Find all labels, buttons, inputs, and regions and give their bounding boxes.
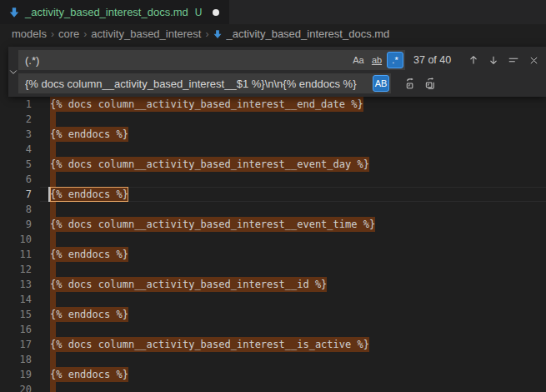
replace-all-icon [424, 78, 437, 90]
preserve-case-button[interactable]: AB [373, 75, 389, 92]
previous-match-button[interactable] [464, 51, 483, 69]
unsaved-changes-dot[interactable] [213, 9, 219, 16]
line-content: {% docs column__activity_based_interest_… [40, 337, 546, 352]
line-content: {% docs column__activity_based_interest_… [40, 277, 546, 292]
tab-active-file[interactable]: _activity_based_interest_docs.md U [0, 0, 229, 24]
editor-line[interactable]: 11{% enddocs %} [0, 247, 546, 262]
editor-line[interactable]: 16 [0, 322, 546, 337]
line-number: 19 [0, 367, 40, 382]
breadcrumb-item-models[interactable]: models [12, 28, 47, 40]
replace-button[interactable] [401, 74, 419, 93]
breadcrumb-item-activity-based-interest[interactable]: activity_based_interest [91, 28, 201, 40]
editor-line[interactable]: 12 [0, 262, 546, 277]
close-icon [528, 55, 539, 66]
find-match [50, 172, 56, 187]
line-number: 8 [0, 202, 40, 217]
next-match-button[interactable] [484, 51, 503, 69]
find-match [50, 292, 56, 307]
line-number: 12 [0, 262, 40, 277]
find-input[interactable]: (.*) Aa ab .* [18, 50, 405, 70]
line-number: 7 [0, 187, 40, 202]
dbt-docs-file-icon [213, 29, 223, 39]
breadcrumb-item-core[interactable]: core [58, 28, 79, 40]
line-content: {% enddocs %} [40, 307, 546, 322]
line-content [40, 202, 546, 217]
line-content [40, 322, 546, 337]
find-replace-widget: (.*) Aa ab .* 37 of 40 [8, 47, 546, 97]
regex-button[interactable]: .* [387, 52, 403, 68]
line-number: 9 [0, 217, 40, 232]
line-content [40, 382, 546, 392]
chevron-separator-icon: › [205, 28, 208, 40]
replace-input[interactable]: {% docs column__activity_based_interest_… [18, 73, 391, 93]
arrow-up-icon [468, 54, 479, 66]
editor-line[interactable]: 17{% docs column__activity_based_interes… [0, 337, 546, 352]
breadcrumb-item-file[interactable]: _activity_based_interest_docs.md [226, 28, 389, 40]
find-match: {% enddocs %} [50, 247, 128, 262]
find-in-selection-button[interactable] [504, 51, 523, 69]
line-number: 4 [0, 142, 40, 157]
find-match [50, 112, 56, 127]
replace-input-value: {% docs column__activity_based_interest_… [25, 78, 371, 90]
editor-line[interactable]: 7{% enddocs %} [0, 187, 546, 202]
close-button[interactable] [524, 51, 543, 69]
editor-line[interactable]: 15{% enddocs %} [0, 307, 546, 322]
code-area[interactable]: 1{% docs column__activity_based_interest… [0, 97, 546, 392]
git-untracked-badge: U [195, 7, 203, 18]
line-content: {% enddocs %} [40, 247, 546, 262]
line-content [40, 262, 546, 277]
dbt-docs-file-icon [8, 7, 20, 18]
line-content: {% enddocs %} [40, 127, 546, 142]
editor-line[interactable]: 20 [0, 382, 546, 392]
find-match [50, 322, 56, 337]
find-match [50, 262, 56, 277]
tab-filename: _activity_based_interest_docs.md [25, 6, 188, 18]
find-match: {% enddocs %} [50, 307, 128, 322]
find-match: {% docs column__activity_based_interest_… [50, 157, 369, 172]
editor-line[interactable]: 1{% docs column__activity_based_interest… [0, 97, 546, 112]
chevron-down-icon [8, 67, 18, 77]
editor-line[interactable]: 18 [0, 352, 546, 367]
line-number: 20 [0, 382, 40, 392]
chevron-separator-icon: › [51, 28, 54, 40]
editor: (.*) Aa ab .* 37 of 40 [0, 43, 546, 392]
text-cursor [48, 187, 50, 202]
find-match: {% docs column__activity_based_interest_… [50, 337, 369, 352]
tab-bar: _activity_based_interest_docs.md U [0, 0, 546, 24]
selection-lines-icon [508, 54, 519, 66]
editor-line[interactable]: 19{% enddocs %} [0, 367, 546, 382]
line-number: 17 [0, 337, 40, 352]
toggle-replace-button[interactable] [8, 47, 18, 97]
line-content [40, 232, 546, 247]
line-number: 5 [0, 157, 40, 172]
editor-line[interactable]: 2 [0, 112, 546, 127]
line-content [40, 142, 546, 157]
line-content [40, 172, 546, 187]
find-match: {% docs column__activity_based_interest_… [50, 217, 375, 232]
find-match: {% enddocs %} [50, 367, 128, 382]
editor-line[interactable]: 13{% docs column__activity_based_interes… [0, 277, 546, 292]
line-content [40, 112, 546, 127]
current-find-match: {% enddocs %} [50, 187, 128, 202]
line-number: 15 [0, 307, 40, 322]
find-match: {% docs column__activity_based_interest_… [50, 277, 327, 292]
editor-line[interactable]: 6 [0, 172, 546, 187]
find-match [50, 352, 56, 367]
line-content: {% enddocs %} [40, 367, 546, 382]
editor-line[interactable]: 3{% enddocs %} [0, 127, 546, 142]
find-match: {% docs column__activity_based_interest_… [50, 97, 363, 112]
line-content: {% docs column__activity_based_interest_… [40, 157, 546, 172]
match-case-button[interactable]: Aa [350, 52, 367, 68]
find-match [50, 202, 56, 217]
editor-line[interactable]: 4 [0, 142, 546, 157]
editor-line[interactable]: 5{% docs column__activity_based_interest… [0, 157, 546, 172]
editor-line[interactable]: 10 [0, 232, 546, 247]
line-number: 10 [0, 232, 40, 247]
whole-word-button[interactable]: ab [368, 52, 385, 68]
editor-line[interactable]: 14 [0, 292, 546, 307]
vscode-window: _activity_based_interest_docs.md U model… [0, 0, 546, 392]
replace-all-button[interactable] [421, 74, 439, 93]
find-match [50, 232, 56, 247]
editor-line[interactable]: 9{% docs column__activity_based_interest… [0, 217, 546, 232]
editor-line[interactable]: 8 [0, 202, 546, 217]
